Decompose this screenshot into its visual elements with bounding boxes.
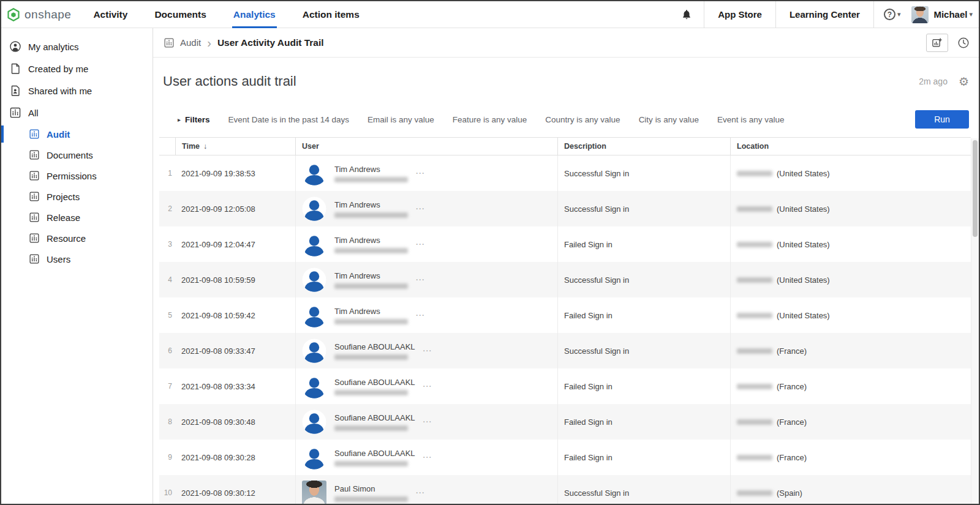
vertical-scrollbar[interactable] (971, 138, 979, 504)
user-avatar[interactable] (911, 6, 929, 23)
nav-item[interactable]: Activity (92, 1, 129, 28)
row-menu-icon[interactable]: ⋯ (415, 310, 425, 321)
filter-chip[interactable]: Country is any value (545, 115, 620, 124)
sidebar-item[interactable]: Shared with me (1, 80, 153, 102)
add-report-button[interactable] (926, 34, 948, 52)
user-email-redacted (334, 496, 408, 502)
chart-icon (28, 128, 40, 140)
cell-time: 2021-09-08 09:33:47 (175, 333, 295, 368)
user-name: Tim Andrews (334, 165, 408, 174)
cell-location: (France) (730, 368, 971, 404)
row-menu-icon[interactable]: ⋯ (415, 168, 425, 179)
sidebar-item[interactable]: Created by me (1, 58, 153, 80)
table-row[interactable]: 7 2021-09-08 09:33:34 Soufiane ABOULAAKL (159, 368, 971, 404)
nav-item[interactable]: Analytics (232, 1, 277, 28)
user-name: Tim Andrews (334, 271, 408, 280)
learning-center-link[interactable]: Learning Center (776, 1, 873, 28)
shared-icon (9, 84, 22, 97)
table-row[interactable]: 6 2021-09-08 09:33:47 Soufiane ABOULAAKL (159, 333, 971, 368)
sidebar-subitem[interactable]: Users (1, 249, 153, 269)
run-button[interactable]: Run (915, 110, 969, 129)
table-row[interactable]: 5 2021-09-08 10:59:42 Tim Andrews (159, 297, 971, 333)
nav-item-label: Action items (303, 9, 360, 20)
help-menu[interactable]: ? ▾ (884, 9, 901, 20)
header-time[interactable]: Time ↓ (175, 138, 295, 155)
notifications-bell-icon[interactable] (680, 9, 693, 21)
audit-table: Time ↓ User Description Location 1 2021-… (159, 137, 971, 504)
table-row[interactable]: 4 2021-09-08 10:59:59 Tim Andrews (159, 262, 971, 297)
user-email-redacted (334, 212, 408, 218)
row-menu-icon[interactable]: ⋯ (423, 345, 432, 356)
filter-chip[interactable]: Feature is any value (453, 115, 527, 124)
gear-icon[interactable]: ⚙ (959, 76, 969, 88)
filter-chip[interactable]: City is any value (639, 115, 699, 124)
cell-time: 2021-09-08 10:59:42 (175, 297, 295, 333)
sidebar-subitem[interactable]: Documents (1, 144, 153, 165)
cell-time: 2021-09-09 19:38:53 (175, 155, 295, 191)
row-menu-icon[interactable]: ⋯ (415, 487, 425, 498)
user-name: Paul Simon (334, 484, 408, 493)
sidebar-item-label: My analytics (28, 42, 79, 52)
table-row[interactable]: 3 2021-09-09 12:04:47 Tim Andrews (159, 226, 971, 262)
nav-item-label: Documents (154, 9, 206, 20)
header-location[interactable]: Location (730, 138, 971, 155)
user-email-redacted (334, 354, 408, 360)
cell-time: 2021-09-09 12:04:47 (175, 226, 295, 262)
filter-chip[interactable]: Event is any value (717, 115, 785, 124)
title-actions: 2m ago ⚙ (919, 76, 969, 88)
onshape-logo[interactable]: onshape (6, 7, 71, 22)
user-meta: Tim Andrews (334, 200, 408, 218)
sidebar-subitem[interactable]: Permissions (1, 165, 153, 186)
user-meta: Tim Andrews (334, 307, 408, 324)
header-description[interactable]: Description (557, 138, 730, 155)
row-menu-icon[interactable]: ⋯ (423, 381, 432, 392)
filter-chip[interactable]: Email is any value (368, 115, 434, 124)
user-email-redacted (334, 425, 408, 431)
breadcrumb-parent[interactable]: Audit (180, 37, 201, 48)
chart-icon (28, 232, 40, 244)
filters-toggle[interactable]: ▸ Filters (178, 115, 210, 124)
row-menu-icon[interactable]: ⋯ (423, 452, 432, 463)
sidebar-subitem[interactable]: Projects (1, 186, 153, 207)
sidebar-item[interactable]: My analytics (1, 36, 153, 58)
sidebar-subitem[interactable]: Audit (1, 124, 153, 144)
country-label: (United States) (777, 275, 830, 285)
history-clock-icon[interactable] (957, 36, 970, 50)
sidebar-subitem-label: Projects (47, 192, 80, 202)
row-menu-icon[interactable]: ⋯ (415, 239, 425, 250)
filters-label: Filters (185, 115, 210, 124)
filter-chip[interactable]: Event Date is in the past 14 days (228, 115, 349, 124)
city-redacted (737, 490, 772, 496)
sidebar-subitem[interactable]: Release (1, 207, 153, 228)
user-email-redacted (334, 177, 408, 182)
table-row[interactable]: 9 2021-09-08 09:30:28 Soufiane ABOULAAKL (159, 440, 971, 475)
cell-location: (France) (730, 333, 971, 368)
sidebar-subitem[interactable]: Resource (1, 228, 153, 249)
table-row[interactable]: 10 2021-09-08 09:30:12 Paul Simon (159, 475, 971, 504)
user-menu[interactable]: Michael (933, 9, 967, 20)
row-number: 8 (159, 404, 175, 440)
cell-time: 2021-09-08 09:30:48 (175, 404, 295, 440)
row-menu-icon[interactable]: ⋯ (415, 274, 425, 285)
nav-item[interactable]: Action items (301, 1, 361, 28)
cell-user: Tim Andrews ⋯ (295, 297, 557, 333)
app-store-link[interactable]: App Store (704, 1, 775, 28)
user-email-redacted (334, 390, 408, 395)
country-label: (France) (777, 417, 807, 427)
row-menu-icon[interactable]: ⋯ (415, 203, 425, 214)
sidebar-item[interactable]: All (1, 102, 153, 124)
cell-description: Failed Sign in (557, 226, 730, 262)
table-row[interactable]: 8 2021-09-08 09:30:48 Soufiane ABOULAAKL (159, 404, 971, 440)
sidebar-subitem-label: Resource (47, 233, 86, 244)
nav-item[interactable]: Documents (153, 1, 207, 28)
table-row[interactable]: 1 2021-09-09 19:38:53 Tim Andrews (159, 155, 971, 191)
cell-user: Soufiane ABOULAAKL ⋯ (295, 333, 557, 368)
scrollbar-thumb[interactable] (973, 140, 978, 237)
row-menu-icon[interactable]: ⋯ (423, 416, 432, 427)
user-email-redacted (334, 283, 408, 289)
user-meta: Paul Simon (334, 484, 408, 502)
table-row[interactable]: 2 2021-09-09 12:05:08 Tim Andrews (159, 191, 971, 226)
header-user[interactable]: User (295, 138, 557, 155)
cell-user: Soufiane ABOULAAKL ⋯ (295, 440, 557, 475)
user-meta: Tim Andrews (334, 165, 408, 182)
